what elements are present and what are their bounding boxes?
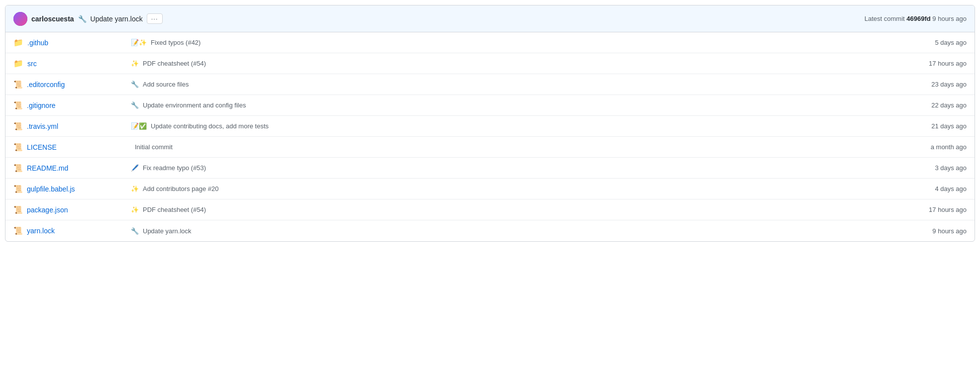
commit-message-cell: 🔧 Update environment and config files (123, 101, 902, 109)
time-cell: 4 days ago (902, 185, 967, 193)
file-link-package[interactable]: package.json (27, 206, 68, 214)
time-cell: a month ago (902, 143, 967, 151)
file-icon: 📜 (13, 101, 23, 110)
commit-message-cell: ✨ Add contributors page #20 (123, 185, 902, 193)
commit-text: Fixed typos (#42) (151, 39, 200, 46)
file-icon: 📜 (13, 122, 23, 131)
commit-emoji: ✨ (131, 60, 139, 67)
latest-commit-label: Latest commit (865, 15, 905, 22)
commit-emoji: 🔧 (131, 101, 139, 109)
latest-commit-message: Update yarn.lock (91, 15, 143, 23)
commit-emoji: 🖊️ (131, 164, 139, 172)
time-cell: 3 days ago (902, 164, 967, 172)
avatar[interactable] (13, 12, 27, 26)
time-cell: 5 days ago (902, 39, 967, 46)
folder-icon: 📁 (13, 59, 23, 68)
commit-time: 9 hours ago (932, 15, 967, 22)
commit-message-cell: Initial commit (123, 143, 902, 151)
file-browser: carloscuesta 🔧 Update yarn.lock ··· Late… (5, 5, 975, 242)
commit-hash[interactable]: 46969fd (906, 15, 930, 22)
commit-emoji: ✨ (131, 185, 139, 193)
ellipsis-button[interactable]: ··· (147, 13, 163, 24)
commit-message-cell: 🖊️ Fix readme typo (#53) (123, 164, 902, 172)
table-row: 📁 src ✨ PDF cheatsheet (#54) 17 hours ag… (5, 53, 975, 74)
file-link-license[interactable]: LICENSE (27, 143, 57, 151)
file-icon: 📜 (13, 164, 23, 173)
commit-text: Update contributing docs, add more tests (151, 122, 269, 130)
table-row: 📜 package.json ✨ PDF cheatsheet (#54) 17… (5, 199, 975, 220)
time-cell: 17 hours ago (902, 60, 967, 67)
time-cell: 9 hours ago (902, 227, 967, 235)
latest-commit-info: Latest commit 46969fd 9 hours ago (865, 15, 967, 22)
file-name-cell: 📜 gulpfile.babel.js (13, 185, 123, 193)
table-row: 📜 .travis.yml 📝✅ Update contributing doc… (5, 116, 975, 137)
file-link-github[interactable]: .github (27, 39, 48, 47)
file-icon: 📜 (13, 80, 23, 89)
commit-emoji: 📝✅ (131, 122, 147, 130)
file-icon: 📜 (13, 185, 23, 193)
commit-text: Initial commit (135, 143, 173, 151)
commit-text: PDF cheatsheet (#54) (143, 206, 206, 213)
file-name-cell: 📁 .github (13, 38, 123, 47)
table-row: 📁 .github 📝✨ Fixed typos (#42) 5 days ag… (5, 32, 975, 53)
table-row: 📜 .gitignore 🔧 Update environment and co… (5, 95, 975, 116)
commit-emoji: 📝✨ (131, 39, 147, 46)
file-link-gitignore[interactable]: .gitignore (27, 101, 56, 109)
commit-header-left: carloscuesta 🔧 Update yarn.lock ··· (13, 12, 865, 26)
table-row: 📜 README.md 🖊️ Fix readme typo (#53) 3 d… (5, 158, 975, 179)
time-cell: 17 hours ago (902, 206, 967, 213)
table-row: 📜 LICENSE Initial commit a month ago (5, 137, 975, 158)
commit-message-cell: 🔧 Update yarn.lock (123, 227, 902, 235)
commit-text: Add source files (143, 81, 189, 88)
wrench-icon: 🔧 (78, 15, 87, 23)
commit-message-cell: ✨ PDF cheatsheet (#54) (123, 60, 902, 67)
file-link-yarnlock[interactable]: yarn.lock (27, 227, 55, 235)
commit-emoji: 🔧 (131, 227, 139, 235)
table-row: 📜 yarn.lock 🔧 Update yarn.lock 9 hours a… (5, 220, 975, 241)
file-name-cell: 📜 README.md (13, 164, 123, 173)
commit-text: Add contributors page #20 (143, 185, 219, 193)
commit-emoji: ✨ (131, 206, 139, 213)
table-row: 📜 .editorconfig 🔧 Add source files 23 da… (5, 74, 975, 95)
file-name-cell: 📜 LICENSE (13, 143, 123, 152)
file-link-travis[interactable]: .travis.yml (27, 122, 58, 130)
file-link-src[interactable]: src (27, 60, 37, 68)
file-link-editorconfig[interactable]: .editorconfig (27, 81, 65, 89)
file-link-readme[interactable]: README.md (27, 164, 68, 172)
folder-icon: 📁 (13, 38, 23, 47)
time-cell: 23 days ago (902, 81, 967, 88)
file-name-cell: 📁 src (13, 59, 123, 68)
file-name-cell: 📜 package.json (13, 205, 123, 214)
file-name-cell: 📜 .travis.yml (13, 122, 123, 131)
commit-text: Update yarn.lock (143, 227, 192, 235)
commit-header: carloscuesta 🔧 Update yarn.lock ··· Late… (5, 5, 975, 32)
time-cell: 21 days ago (902, 122, 967, 130)
file-list: 📁 .github 📝✨ Fixed typos (#42) 5 days ag… (5, 32, 975, 241)
file-icon: 📜 (13, 205, 23, 214)
time-cell: 22 days ago (902, 101, 967, 109)
file-name-cell: 📜 .gitignore (13, 101, 123, 110)
file-name-cell: 📜 .editorconfig (13, 80, 123, 89)
commit-message-cell: ✨ PDF cheatsheet (#54) (123, 206, 902, 213)
file-name-cell: 📜 yarn.lock (13, 226, 123, 235)
file-link-gulpfile[interactable]: gulpfile.babel.js (27, 185, 75, 193)
table-row: 📜 gulpfile.babel.js ✨ Add contributors p… (5, 179, 975, 199)
file-icon: 📜 (13, 226, 23, 235)
file-icon: 📜 (13, 143, 23, 152)
commit-message-cell: 📝✨ Fixed typos (#42) (123, 39, 902, 46)
commit-message-cell: 📝✅ Update contributing docs, add more te… (123, 122, 902, 130)
commit-text: Fix readme typo (#53) (143, 164, 206, 172)
commit-message-cell: 🔧 Add source files (123, 81, 902, 88)
username[interactable]: carloscuesta (31, 15, 74, 23)
commit-text: Update environment and config files (143, 101, 246, 109)
commit-text: PDF cheatsheet (#54) (143, 60, 206, 67)
commit-emoji: 🔧 (131, 81, 139, 88)
